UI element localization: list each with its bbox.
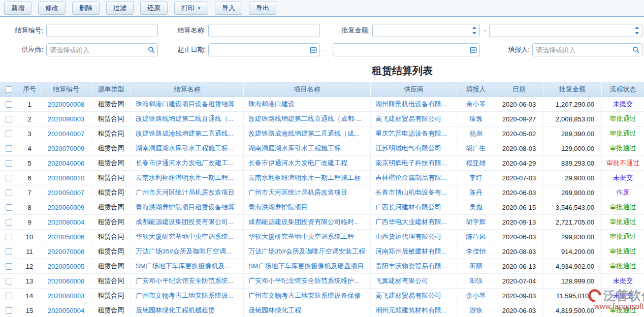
cell-text-supplier[interactable]: 吉林楷伦金属制品有限... [375, 173, 447, 182]
cell-text-name[interactable]: 华软大厦研究基地中央空调系统... [136, 232, 234, 241]
row-checkbox[interactable] [6, 219, 12, 226]
cell-text-supplier[interactable]: 湖州丽景机电设备有限... [375, 100, 447, 109]
cell-text-supplier[interactable]: 南京明辉电子科技有限... [375, 158, 447, 168]
cell-text-name[interactable]: 珠海鹤港口建设项目设备租赁结算 [136, 100, 235, 109]
cell-text-project[interactable]: 广州市文物考古工地安防系统设备保修 [248, 291, 361, 300]
cell-text-code[interactable]: 2020040006 [48, 160, 84, 167]
cell-text-project[interactable]: 改建铁路成渝线增建第二直通线（成... [248, 129, 360, 138]
cell-text-supplier[interactable]: 飞翼建材有限公司 [375, 276, 428, 286]
cell-text-filler[interactable]: 杨彪 [469, 129, 482, 138]
cell-text-filler[interactable]: 阳强 [469, 276, 482, 286]
cell-text-filler[interactable]: 吴彪 [469, 203, 482, 212]
table-row[interactable]: 42020070009租赁合同湖南洞庭湖水库引水工程施工标...湖南洞庭湖水库引… [0, 141, 644, 156]
print-button[interactable]: 打印 ▼ [174, 2, 208, 15]
cell-text-filler[interactable]: 胡广生 [466, 144, 486, 153]
cell-text-filler[interactable]: 臻逸 [469, 114, 482, 123]
cell-text-name[interactable]: 广州市文物考古工地安防系统设... [136, 291, 234, 300]
cell-text-name[interactable]: 湖南洞庭湖水库引水工程施工标... [136, 144, 234, 153]
calendar-icon[interactable] [310, 46, 317, 53]
table-row[interactable]: 22020090003租赁合同改建铁路线增建第二线直通线（...改建铁路线增建第… [0, 112, 644, 126]
cell-text-name[interactable]: 改建铁路线增建第二线直通线（... [136, 114, 234, 123]
cell-text-name[interactable]: 万达广场35#会所及咖啡厅空调... [136, 247, 232, 256]
table-row[interactable]: 142020080003租赁合同广州市文物考古工地安防系统设...广州市文物考古… [0, 289, 644, 303]
row-checkbox[interactable] [6, 278, 12, 284]
cell-text-name[interactable]: 广州市天河区统计局机房改造项目 [136, 188, 235, 197]
row-checkbox[interactable] [6, 131, 12, 137]
date-end-input[interactable] [333, 43, 480, 56]
spinner-up-icon[interactable] [472, 26, 476, 29]
add-button[interactable]: 新增 [4, 2, 31, 15]
cell-text-code[interactable]: 2020060008 [48, 277, 84, 285]
cell-text-name[interactable]: 青海洪湖养护院项目租赁设备结算 [136, 203, 235, 212]
row-checkbox[interactable] [6, 263, 12, 270]
cell-text-code[interactable]: 2020080004 [48, 218, 84, 226]
cell-text-supplier[interactable]: 贵阳丰沃物资贸易有限... [375, 262, 447, 271]
calendar-icon[interactable] [470, 46, 477, 53]
cell-text-supplier[interactable]: 广西华电大业建材有限... [375, 217, 447, 227]
settlement-no-input[interactable] [46, 24, 158, 37]
table-row[interactable]: 32020040007租赁合同改建铁路成渝线增建第二直通线...改建铁路成渝线增… [0, 126, 644, 141]
date-start-input[interactable] [208, 43, 320, 56]
cell-text-code[interactable]: 2020050008 [48, 101, 84, 108]
cell-text-code[interactable]: 2020040007 [48, 130, 84, 138]
cell-text-project[interactable]: 湖南洞庭湖水库引水工程施工标 [248, 144, 341, 153]
cell-text-filler[interactable]: 陈丹 [469, 188, 482, 197]
cell-text-code[interactable]: 2020060010 [48, 174, 84, 182]
row-checkbox[interactable] [6, 145, 12, 152]
row-checkbox[interactable] [6, 234, 12, 240]
cell-text-supplier[interactable]: 潮州元顺建筑材料有限... [375, 306, 447, 315]
cell-text-project[interactable]: 广安邓小平纪念馆安全防范系统维护... [248, 276, 360, 286]
cell-text-project[interactable]: 青海洪湖养护院项目 [248, 203, 308, 212]
table-row[interactable]: 82020060009租赁合同青海洪湖养护院项目租赁设备结算青海洪湖养护院项目广… [0, 200, 644, 215]
row-checkbox[interactable] [6, 101, 12, 108]
amount-min-stepper[interactable] [471, 26, 477, 35]
cell-text-filler[interactable]: 蒋丽 [469, 262, 482, 271]
table-row[interactable]: 52020040006租赁合同长春市伊通河水力发电厂改建工...长春市伊通河水力… [0, 156, 644, 171]
table-row[interactable]: 112020070008租赁合同万达广场35#会所及咖啡厅空调...万达广场35… [0, 244, 644, 259]
cell-text-project[interactable]: 万达广场35#会所及咖啡厅空调安装工程 [248, 247, 365, 256]
row-checkbox[interactable] [6, 293, 12, 299]
cell-text-code[interactable]: 2020050006 [48, 233, 84, 241]
cell-text-project[interactable]: 晟铭园林绿化工程 [248, 306, 301, 315]
cell-text-supplier[interactable]: 高飞建材贸易有限公司 [375, 114, 441, 123]
cell-text-project[interactable]: 云南水利枢纽潜明水库一期工程施工标 [248, 173, 361, 182]
cell-text-code[interactable]: 2020090003 [48, 115, 84, 123]
cell-text-supplier[interactable]: 重庆艺普电源设备有限... [375, 129, 447, 138]
cell-text-name[interactable]: 改建铁路成渝线增建第二直通线... [136, 129, 234, 138]
row-checkbox[interactable] [6, 248, 12, 255]
cell-text-code[interactable]: 2020070008 [48, 248, 84, 256]
cell-text-code[interactable]: 2020070009 [48, 145, 84, 152]
cell-text-name[interactable]: SM广场地下车库更换摄像机及... [136, 262, 230, 271]
export-button[interactable]: 导出 [249, 2, 276, 15]
search-icon[interactable] [632, 46, 639, 53]
row-checkbox[interactable] [6, 175, 12, 181]
amount-min-input[interactable] [372, 24, 480, 37]
cell-text-supplier[interactable]: 山西货运代理有限公司 [375, 232, 441, 241]
cell-text-code[interactable]: 2020060009 [48, 204, 84, 211]
cell-text-supplier[interactable]: 广西长河建材有限公司 [375, 203, 441, 212]
import-button[interactable]: 导入 [215, 2, 242, 15]
cell-text-name[interactable]: 晟铭园林绿化工程机械租赁 [136, 306, 215, 315]
edit-button[interactable]: 修改 [38, 2, 66, 15]
amount-max-input[interactable] [489, 24, 642, 37]
cell-text-filler[interactable]: 李佳怡 [466, 247, 486, 256]
table-row[interactable]: 122020050005租赁合同SM广场地下车库更换摄像机及...SM广场地下车… [0, 259, 644, 274]
table-row[interactable]: 152020050004租赁合同晟铭园林绿化工程机械租赁晟铭园林绿化工程潮州元顺… [0, 303, 644, 317]
cell-text-code[interactable]: 2020050005 [48, 263, 84, 270]
cell-text-code[interactable]: 2020050007 [48, 189, 84, 197]
cell-text-filler[interactable]: 胡学辉 [466, 217, 486, 227]
row-checkbox[interactable] [6, 160, 12, 167]
filler-input[interactable] [532, 43, 642, 56]
supplier-input[interactable] [46, 43, 158, 56]
row-checkbox[interactable] [6, 307, 12, 314]
cell-text-supplier[interactable]: 河南郑州晟敏建材有限... [375, 247, 447, 256]
row-checkbox[interactable] [6, 204, 12, 211]
cell-text-project[interactable]: 成都能源建设集团投资有限公司临时... [248, 217, 360, 227]
cell-text-code[interactable]: 2020080003 [48, 292, 84, 300]
cell-text-name[interactable]: 广安邓小平纪念馆安全防范系统... [136, 276, 234, 286]
delete-button[interactable]: 删除 [72, 2, 100, 15]
row-checkbox[interactable] [6, 116, 12, 122]
cell-text-filler[interactable]: 李红 [469, 173, 482, 182]
table-row[interactable]: 62020060010租赁合同云南水利枢纽潜明水库一期工程...云南水利枢纽潜明… [0, 171, 644, 185]
cell-text-filler[interactable]: 程亚雄 [466, 158, 486, 168]
